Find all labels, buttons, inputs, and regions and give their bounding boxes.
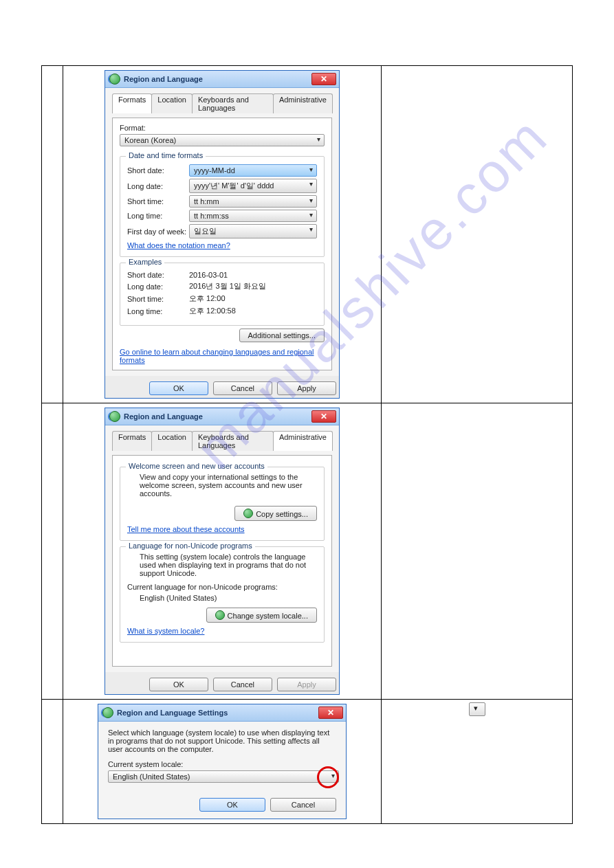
ex-short-date-l: Short date:: [127, 271, 189, 279]
copy-settings-button[interactable]: Copy settings...: [234, 506, 317, 521]
format-combo[interactable]: Korean (Korea): [120, 134, 325, 146]
long-date-label: Long date:: [127, 182, 189, 190]
tell-more-link[interactable]: Tell me more about these accounts: [127, 525, 245, 533]
cancel-button[interactable]: Cancel: [213, 381, 272, 395]
intro-text: Select which language (system locale) to…: [108, 728, 336, 753]
ex-short-date-v: 2016-03-01: [189, 271, 228, 279]
long-time-label: Long time:: [127, 212, 189, 220]
long-date-combo[interactable]: yyyy'년' M'월' d'일' dddd: [189, 179, 317, 193]
region-dialog-admin: Region and Language ✕ Formats Location K…: [105, 408, 340, 695]
tab-formats[interactable]: Formats: [112, 93, 152, 113]
nonunicode-group-label: Language for non-Unicode programs: [126, 542, 255, 550]
tab-location[interactable]: Location: [151, 93, 193, 113]
long-time-combo[interactable]: tt h:mm:ss: [189, 210, 317, 222]
close-button[interactable]: ✕: [311, 73, 336, 85]
current-lang-value: English (United States): [140, 594, 317, 602]
examples-group-label: Examples: [126, 258, 164, 266]
current-lang-label: Current language for non-Unicode program…: [127, 583, 317, 591]
globe-icon: [109, 411, 120, 422]
short-date-combo[interactable]: yyyy-MM-dd: [189, 164, 317, 177]
row3-left-cell: [42, 700, 63, 824]
welcome-text: View and copy your international setting…: [140, 473, 317, 498]
tab-keyboards[interactable]: Keyboards and Languages: [192, 93, 274, 113]
ex-long-time-l: Long time:: [127, 307, 189, 315]
apply-button[interactable]: Apply: [277, 678, 336, 691]
dropdown-arrow-icon: [469, 702, 485, 716]
dialog-title: Region and Language Settings: [117, 709, 228, 717]
locale-label: Current system locale:: [108, 760, 336, 768]
region-dialog-formats: Region and Language ✕ Formats Location K…: [105, 70, 340, 399]
system-locale-combo[interactable]: English (United States): [108, 770, 339, 783]
document-table: Region and Language ✕ Formats Location K…: [41, 65, 573, 824]
globe-icon: [109, 74, 120, 85]
ok-button[interactable]: OK: [149, 678, 208, 691]
dialog-title: Region and Language: [124, 412, 203, 421]
tab-keyboards[interactable]: Keyboards and Languages: [192, 431, 274, 451]
tab-administrative[interactable]: Administrative: [273, 431, 333, 451]
cancel-button[interactable]: Cancel: [270, 798, 336, 812]
row2-left-cell: [42, 403, 63, 700]
close-button[interactable]: ✕: [311, 410, 336, 423]
row2-image-cell: Region and Language ✕ Formats Location K…: [63, 403, 381, 700]
cancel-button[interactable]: Cancel: [213, 678, 272, 691]
change-locale-button[interactable]: Change system locale...: [206, 608, 317, 623]
ex-long-time-v: 오후 12:00:58: [189, 306, 236, 316]
tab-location[interactable]: Location: [151, 431, 193, 451]
tab-strip: Formats Location Keyboards and Languages…: [112, 93, 332, 113]
row3-image-cell: Region and Language Settings ✕ Select wh…: [63, 700, 381, 824]
dialog-title: Region and Language: [124, 75, 203, 83]
short-date-label: Short date:: [127, 166, 189, 175]
row1-left-cell: [42, 66, 63, 403]
notation-link[interactable]: What does the notation mean?: [127, 241, 230, 249]
row2-right-cell: [382, 403, 573, 700]
apply-button[interactable]: Apply: [277, 381, 336, 395]
row1-image-cell: Region and Language ✕ Formats Location K…: [63, 66, 381, 403]
first-day-label: First day of week:: [127, 227, 189, 236]
ok-button[interactable]: OK: [149, 381, 208, 395]
close-button[interactable]: ✕: [318, 706, 343, 719]
titlebar: Region and Language ✕: [105, 71, 339, 88]
tab-formats[interactable]: Formats: [112, 431, 152, 451]
globe-icon: [215, 610, 225, 620]
titlebar: Region and Language ✕: [105, 408, 339, 425]
ex-long-date-l: Long date:: [127, 282, 189, 291]
short-time-label: Short time:: [127, 197, 189, 205]
row1-right-cell: [382, 66, 573, 403]
datetime-group-label: Date and time formats: [126, 151, 206, 159]
ex-short-time-v: 오후 12:00: [189, 293, 226, 304]
globe-icon: [102, 707, 113, 718]
online-link[interactable]: Go online to learn about changing langua…: [120, 348, 314, 364]
first-day-combo[interactable]: 일요일: [189, 224, 317, 238]
additional-settings-button[interactable]: Additional settings...: [239, 329, 325, 342]
nonunicode-text: This setting (system locale) controls th…: [140, 553, 317, 577]
ex-short-time-l: Short time:: [127, 295, 189, 303]
globe-icon: [243, 509, 253, 518]
tab-administrative[interactable]: Administrative: [273, 93, 333, 113]
welcome-group-label: Welcome screen and new user accounts: [126, 462, 267, 470]
region-settings-dialog: Region and Language Settings ✕ Select wh…: [98, 704, 347, 819]
titlebar: Region and Language Settings ✕: [98, 704, 346, 722]
format-label: Format:: [120, 124, 325, 132]
highlight-circle-icon: [317, 766, 339, 788]
ex-long-date-v: 2016년 3월 1일 화요일: [189, 281, 266, 291]
ok-button[interactable]: OK: [199, 798, 265, 812]
tab-strip: Formats Location Keyboards and Languages…: [112, 431, 332, 451]
what-locale-link[interactable]: What is system locale?: [127, 627, 204, 635]
short-time-combo[interactable]: tt h:mm: [189, 195, 317, 208]
row3-right-cell: [382, 700, 573, 824]
